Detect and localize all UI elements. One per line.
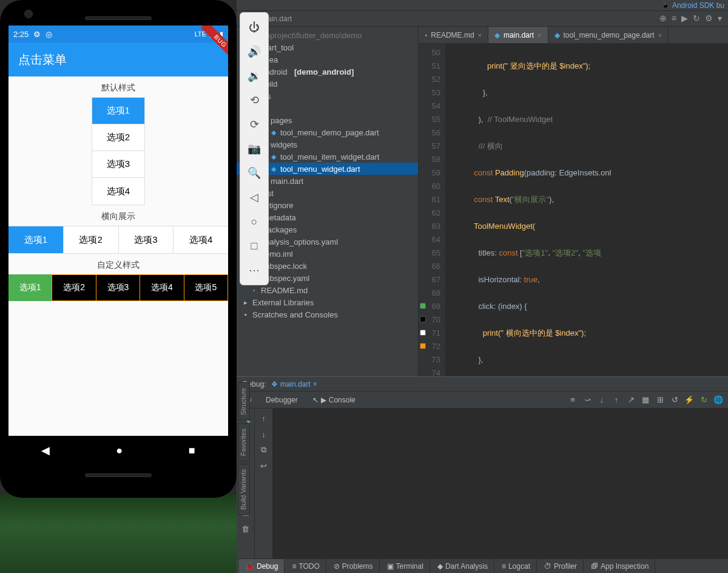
close-icon[interactable]: ×: [538, 32, 541, 39]
rotate-left-icon[interactable]: ⟲: [243, 89, 265, 111]
tree-ext-lib[interactable]: ▸External Libraries: [237, 296, 418, 308]
custom-menu: 选项1 选项2 选项3 选项4 选项5: [8, 274, 228, 301]
nav-recent-icon[interactable]: ■: [189, 444, 195, 457]
code-area[interactable]: print(" 竖向选中的是 $index"); }, ), // ToolMe…: [445, 44, 728, 376]
v-menu-item-3[interactable]: 选项3: [92, 151, 144, 178]
hot-reload-icon[interactable]: ↻: [698, 394, 710, 406]
play-icon: ▶: [321, 396, 326, 404]
run-toolbar: ⊕ ≡ ▶ ↻ ⚙ ▾: [659, 13, 722, 23]
section-default-title: 默认样式: [8, 76, 228, 97]
v-menu-item-1[interactable]: 选项1: [92, 98, 144, 124]
power-icon[interactable]: ⏻: [243, 16, 265, 38]
volume-up-icon[interactable]: 🔊: [243, 41, 265, 63]
h-menu-item-1[interactable]: 选项1: [8, 226, 64, 253]
editor-tabs: ▪README.md× ◆main.dart× ◆tool_menu_demo_…: [419, 27, 728, 44]
c-menu-item-5[interactable]: 选项5: [184, 274, 228, 301]
devtools-icon[interactable]: 🌐: [712, 394, 724, 406]
structure-tab[interactable]: Structure: [238, 382, 250, 421]
tab-readme[interactable]: ▪README.md×: [419, 27, 488, 43]
gutter: 5051525354555657585960616263646566676869…: [419, 44, 445, 376]
wrap-icon[interactable]: ↩: [258, 459, 270, 472]
layout-icon[interactable]: ⊞: [654, 394, 666, 406]
close-icon[interactable]: ×: [313, 380, 317, 388]
tree-readme[interactable]: ▪README.md: [237, 284, 418, 296]
chevron-down-icon[interactable]: ▾: [718, 13, 722, 23]
run-cursor-icon[interactable]: ↗: [625, 394, 637, 406]
rotate-right-icon[interactable]: ⟳: [243, 114, 265, 135]
v-menu-item-4[interactable]: 选项4: [92, 178, 144, 205]
zoom-icon[interactable]: 🔍: [243, 162, 265, 184]
ide-window: Android SDK bu 〉 ◆ main.dart ⊕ ≡ ▶ ↻ ⚙ ▾…: [237, 0, 728, 573]
stack-icon[interactable]: ≡: [672, 13, 676, 23]
home-icon[interactable]: ○: [243, 211, 265, 232]
tab-demo-page[interactable]: ◆tool_menu_demo_page.dart×: [548, 27, 669, 43]
horizontal-menu: 选项1 选项2 选项3 选项4: [8, 226, 228, 254]
phone-bottom-speaker: [85, 473, 152, 477]
build-variants-tab[interactable]: Build Variants: [238, 464, 250, 515]
debug-run-config[interactable]: ❖main.dart ×: [271, 380, 317, 388]
h-menu-item-4[interactable]: 选项4: [174, 226, 228, 253]
debug-tabs: ↻ Debugger ↖▶Console ≡ ⤻ ↓ ↑ ↗ ▦ ⊞ ↺ ⚡ ↻…: [237, 392, 728, 409]
step-into-icon[interactable]: ↓: [596, 394, 608, 406]
sb-logcat[interactable]: ≡Logcat: [496, 559, 537, 573]
sb-problems[interactable]: ⊘Problems: [328, 559, 380, 573]
gear-icon[interactable]: ⚙: [705, 13, 713, 23]
dart-icon: ◆: [437, 562, 443, 571]
inspect-icon: 🗊: [591, 562, 598, 571]
step-over-icon[interactable]: ⤻: [581, 394, 593, 406]
profiler-icon: ⏱: [544, 562, 551, 571]
console-output[interactable]: [273, 409, 728, 558]
sb-app-inspection[interactable]: 🗊App Inspection: [585, 559, 655, 573]
c-menu-item-2[interactable]: 选项2: [52, 274, 96, 301]
nav-back-icon[interactable]: ◀: [41, 444, 50, 457]
overview-icon[interactable]: □: [243, 235, 265, 257]
favorites-tab[interactable]: Favorites: [238, 423, 250, 461]
lightning-icon[interactable]: ⚡: [683, 394, 695, 406]
back-icon[interactable]: ◁: [243, 186, 265, 208]
close-icon[interactable]: ×: [658, 32, 662, 39]
code-editor[interactable]: 5051525354555657585960616263646566676869…: [419, 44, 728, 376]
nav-home-icon[interactable]: ●: [116, 444, 123, 457]
warning-icon: ⊘: [334, 562, 340, 571]
tab-main[interactable]: ◆main.dart×: [488, 27, 548, 43]
terminal-icon: ▣: [387, 562, 394, 571]
dart-file-icon: ◆: [494, 31, 500, 39]
more-icon[interactable]: ⋯: [243, 259, 265, 281]
filter-icon[interactable]: ⧉: [258, 444, 270, 456]
breadcrumb: 〉 ◆ main.dart ⊕ ≡ ▶ ↻ ⚙ ▾: [237, 11, 728, 27]
sb-debug[interactable]: 🐞Debug: [239, 559, 285, 573]
sb-todo[interactable]: ≡TODO: [286, 559, 326, 573]
ide-top-bar: Android SDK bu: [237, 0, 728, 11]
step-out-icon[interactable]: ↑: [610, 394, 622, 406]
c-menu-item-3[interactable]: 选项3: [96, 274, 140, 301]
calc-icon[interactable]: ▦: [639, 394, 652, 406]
sb-dart-analysis[interactable]: ◆Dart Analysis: [431, 559, 494, 573]
c-menu-item-1[interactable]: 选项1: [8, 274, 52, 301]
list-icon[interactable]: ≡: [567, 394, 579, 406]
flutter-icon: ❖: [271, 380, 278, 388]
trash-icon[interactable]: 🗑: [240, 523, 252, 535]
library-icon: ▸: [241, 299, 250, 307]
v-menu-item-2[interactable]: 选项2: [92, 124, 144, 151]
tree-scratches[interactable]: ▪Scratches and Consoles: [237, 308, 418, 320]
console-tab[interactable]: ↖▶Console: [306, 396, 362, 404]
h-menu-item-3[interactable]: 选项3: [119, 226, 174, 253]
sb-profiler[interactable]: ⏱Profiler: [538, 559, 584, 573]
h-menu-item-2[interactable]: 选项2: [64, 226, 119, 253]
phone-screen: 2:25 ⚙ ◎ LTE 📶 ▮ BUG 点击菜单 默认样式 选项1 选项2 选…: [8, 25, 228, 465]
target-icon[interactable]: ⊕: [659, 13, 667, 23]
c-menu-item-4[interactable]: 选项4: [140, 274, 184, 301]
run-icon[interactable]: ▶: [681, 13, 688, 23]
up-icon[interactable]: ↑: [258, 412, 270, 424]
sb-terminal[interactable]: ▣Terminal: [381, 559, 430, 573]
volume-down-icon[interactable]: 🔉: [243, 65, 265, 87]
md-file-icon: ▪: [425, 31, 427, 39]
debugger-tab[interactable]: Debugger: [260, 396, 304, 404]
reload-icon[interactable]: ↺: [669, 394, 681, 406]
device-selector[interactable]: Android SDK bu: [661, 1, 724, 10]
close-icon[interactable]: ×: [478, 32, 482, 39]
refresh-icon[interactable]: ↻: [693, 13, 700, 23]
camera-icon[interactable]: 📷: [243, 138, 265, 160]
down-icon[interactable]: ↓: [258, 428, 270, 440]
android-nav-bar: ◀ ● ■: [8, 436, 228, 465]
